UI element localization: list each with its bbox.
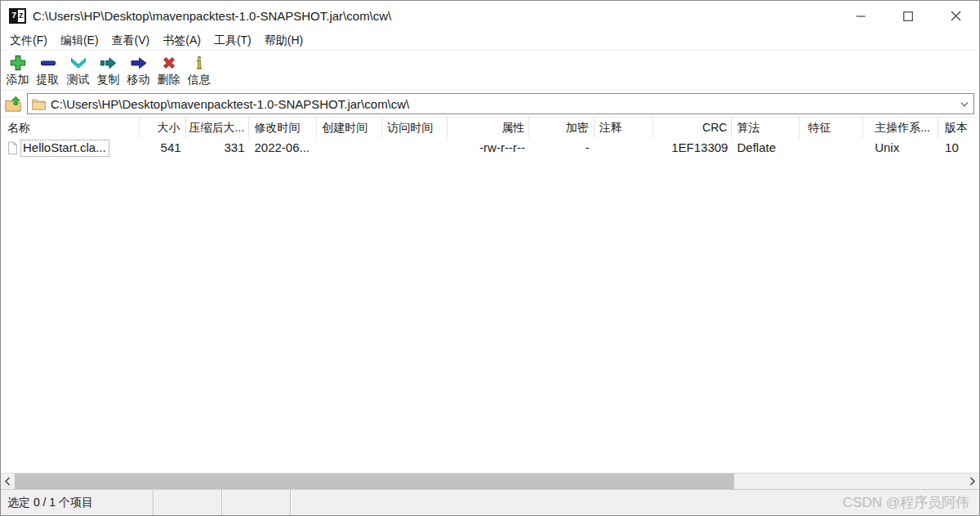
title-bar: 7z C:\Users\HP\Desktop\mavenpacktest-1.0… bbox=[1, 1, 979, 31]
col-method[interactable]: 算法 bbox=[732, 118, 800, 138]
7z-logo-icon[interactable]: 7z bbox=[9, 8, 26, 24]
table-header: 名称 大小 压缩后大... 修改时间 创建时间 访问时间 属性 加密 注释 CR… bbox=[1, 118, 979, 138]
menu-bar: 文件(F) 编辑(E) 查看(V) 书签(A) 工具(T) 帮助(H) bbox=[1, 31, 979, 51]
col-crc[interactable]: CRC bbox=[653, 118, 733, 138]
chevron-left-icon bbox=[4, 477, 11, 486]
cell-modified: 2022-06... bbox=[249, 138, 317, 158]
extract-label: 提取 bbox=[37, 73, 60, 87]
col-comment[interactable]: 注释 bbox=[595, 118, 653, 138]
info-label: 信息 bbox=[188, 73, 211, 87]
table-row[interactable]: HelloStart.cla... 541 331 2022-06... -rw… bbox=[1, 138, 979, 158]
cell-crc: 1EF13309 bbox=[653, 138, 733, 158]
cell-created bbox=[317, 138, 382, 158]
scrollbar-track[interactable] bbox=[15, 474, 965, 489]
file-name: HelloStart.cla... bbox=[20, 140, 109, 157]
address-bar: C:\Users\HP\Desktop\mavenpacktest-1.0-SN… bbox=[1, 91, 979, 118]
cell-size: 541 bbox=[140, 138, 186, 158]
cell-accessed bbox=[382, 138, 448, 158]
col-host-os[interactable]: 主操作系... bbox=[863, 118, 938, 138]
watermark-text: CSDN @程序员阿伟 bbox=[843, 493, 969, 512]
col-attributes[interactable]: 属性 bbox=[448, 118, 529, 138]
col-size[interactable]: 大小 bbox=[140, 118, 186, 138]
cell-comment bbox=[595, 138, 653, 158]
cell-packed: 331 bbox=[186, 138, 250, 158]
maximize-icon bbox=[903, 11, 913, 21]
cell-method: Deflate bbox=[732, 138, 800, 158]
file-list: 名称 大小 压缩后大... 修改时间 创建时间 访问时间 属性 加密 注释 CR… bbox=[1, 118, 979, 473]
menu-edit[interactable]: 编辑(E) bbox=[54, 32, 105, 50]
scroll-left-button[interactable] bbox=[1, 474, 15, 489]
file-icon bbox=[7, 141, 18, 155]
delete-button[interactable]: 删除 bbox=[154, 53, 184, 87]
copy-button[interactable]: 复制 bbox=[93, 53, 123, 87]
cell-version: 10 bbox=[938, 138, 979, 158]
close-button[interactable] bbox=[932, 1, 979, 31]
up-level-button[interactable] bbox=[2, 93, 24, 114]
col-created[interactable]: 创建时间 bbox=[317, 118, 382, 138]
delete-label: 删除 bbox=[158, 73, 180, 87]
cell-encrypted: - bbox=[529, 138, 595, 158]
window-title: C:\Users\HP\Desktop\mavenpacktest-1.0-SN… bbox=[33, 9, 837, 23]
status-panel-2 bbox=[154, 490, 222, 515]
caption-buttons bbox=[837, 1, 979, 31]
info-button[interactable]: i 信息 bbox=[184, 53, 214, 87]
scroll-right-button[interactable] bbox=[965, 474, 979, 489]
folder-icon bbox=[32, 98, 46, 110]
minimize-button[interactable] bbox=[837, 1, 884, 31]
test-label: 测试 bbox=[67, 73, 90, 87]
extract-button[interactable]: 提取 bbox=[33, 53, 63, 87]
svg-text:i: i bbox=[197, 53, 202, 73]
col-accessed[interactable]: 访问时间 bbox=[382, 118, 448, 138]
address-path: C:\Users\HP\Desktop\mavenpacktest-1.0-SN… bbox=[51, 97, 956, 111]
cell-characteristics bbox=[800, 138, 863, 158]
test-button[interactable]: 测试 bbox=[63, 53, 93, 87]
plus-icon bbox=[8, 53, 28, 73]
cell-attributes: -rw-r--r-- bbox=[448, 138, 529, 158]
status-panel-4: CSDN @程序员阿伟 bbox=[291, 490, 979, 515]
menu-view[interactable]: 查看(V) bbox=[105, 32, 157, 50]
menu-help[interactable]: 帮助(H) bbox=[258, 32, 310, 50]
col-modified[interactable]: 修改时间 bbox=[249, 118, 317, 138]
menu-file[interactable]: 文件(F) bbox=[3, 32, 54, 50]
list-empty-area bbox=[1, 158, 979, 473]
move-label: 移动 bbox=[127, 73, 150, 87]
scrollbar-thumb[interactable] bbox=[15, 474, 734, 489]
col-version[interactable]: 版本 bbox=[938, 118, 979, 138]
maximize-button[interactable] bbox=[884, 1, 932, 31]
cell-host-os: Unix bbox=[863, 138, 938, 158]
horizontal-scrollbar bbox=[1, 473, 979, 489]
status-selected: 选定 0 / 1 个项目 bbox=[1, 490, 154, 515]
folder-up-icon bbox=[4, 95, 22, 113]
check-icon bbox=[69, 53, 88, 73]
col-name[interactable]: 名称 bbox=[1, 118, 140, 138]
menu-tools[interactable]: 工具(T) bbox=[207, 32, 258, 50]
chevron-right-icon bbox=[969, 477, 976, 486]
col-encrypted[interactable]: 加密 bbox=[529, 118, 595, 138]
menu-bookmark[interactable]: 书签(A) bbox=[156, 32, 207, 50]
toolbar: 添加 提取 测试 复制 移动 bbox=[1, 51, 979, 91]
move-arrow-icon bbox=[129, 53, 149, 73]
add-button[interactable]: 添加 bbox=[2, 53, 33, 87]
status-bar: 选定 0 / 1 个项目 CSDN @程序员阿伟 bbox=[1, 489, 979, 515]
x-icon bbox=[159, 53, 179, 73]
col-packed[interactable]: 压缩后大... bbox=[186, 118, 250, 138]
col-characteristics[interactable]: 特征 bbox=[800, 118, 863, 138]
add-label: 添加 bbox=[7, 73, 29, 87]
address-combo[interactable]: C:\Users\HP\Desktop\mavenpacktest-1.0-SN… bbox=[27, 93, 974, 114]
status-panel-3 bbox=[222, 490, 291, 515]
move-button[interactable]: 移动 bbox=[123, 53, 154, 87]
copy-label: 复制 bbox=[97, 73, 120, 87]
cell-name[interactable]: HelloStart.cla... bbox=[1, 138, 140, 158]
copy-arrow-icon bbox=[99, 53, 118, 73]
chevron-down-icon[interactable] bbox=[956, 99, 973, 109]
7zip-window: 7z C:\Users\HP\Desktop\mavenpacktest-1.0… bbox=[0, 0, 980, 516]
info-icon: i bbox=[189, 53, 209, 73]
minimize-icon bbox=[856, 11, 866, 21]
close-icon bbox=[951, 11, 961, 21]
minus-icon bbox=[38, 53, 58, 73]
